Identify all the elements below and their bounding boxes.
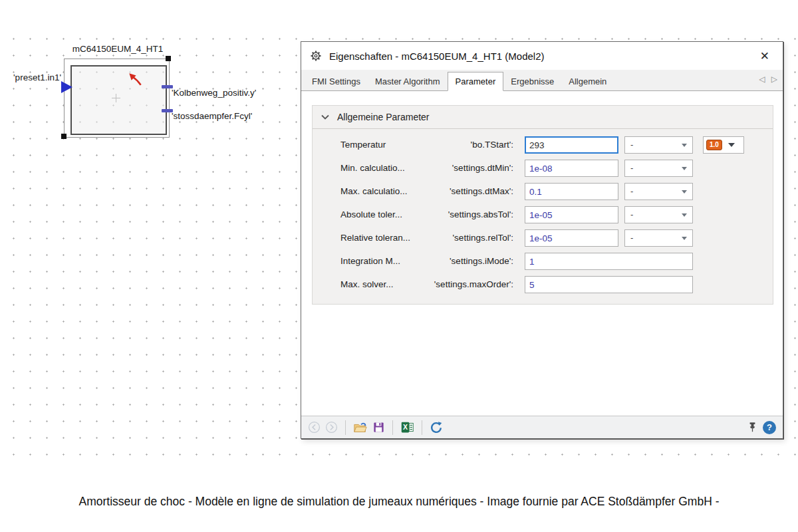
param-code: 'settings.dtMin': bbox=[340, 163, 513, 173]
tab-fmi-settings[interactable]: FMI Settings bbox=[305, 73, 368, 90]
block-title: mC64150EUM_4_HT1 bbox=[64, 44, 172, 54]
param-row-abstol: Absolute toler... 'settings.absTol': - bbox=[313, 204, 773, 227]
fmi-version-badge: 1.0 bbox=[706, 140, 722, 150]
param-code: 'settings.relTol': bbox=[340, 233, 513, 243]
center-cross-icon bbox=[112, 94, 120, 102]
red-arrow-icon bbox=[126, 70, 144, 88]
unit-value: - bbox=[630, 163, 633, 173]
unit-dropdown[interactable]: - bbox=[624, 229, 693, 247]
fmi-version-dropdown[interactable]: 1.0 bbox=[703, 136, 744, 154]
unit-value: - bbox=[630, 233, 633, 243]
param-value-input[interactable] bbox=[525, 206, 618, 223]
param-code: 'settings.iMode': bbox=[340, 256, 513, 266]
image-caption: Amortisseur de choc - Modèle en ligne de… bbox=[0, 495, 798, 509]
unit-dropdown[interactable]: - bbox=[624, 206, 693, 223]
parameter-rows: Temperatur 'bo.TStart': - 1.0 bbox=[313, 129, 773, 297]
gear-icon bbox=[309, 49, 323, 63]
toolbar-separator bbox=[345, 420, 346, 435]
chevron-down-icon bbox=[682, 144, 687, 147]
allgemeine-parameter-panel: Allgemeine Parameter Temperatur 'bo.TSta… bbox=[312, 105, 773, 305]
selection-handle-top-right[interactable] bbox=[166, 56, 171, 61]
param-value-input[interactable] bbox=[525, 183, 618, 200]
tab-allgemein[interactable]: Allgemein bbox=[561, 73, 614, 90]
port-label-stossdaempfer: 'stossdaempfer.Fcyl' bbox=[172, 111, 252, 121]
unit-dropdown[interactable]: - bbox=[624, 160, 693, 177]
selection-handle-bottom-left[interactable] bbox=[61, 134, 66, 139]
param-value-input[interactable] bbox=[525, 229, 618, 247]
svg-text:X: X bbox=[403, 423, 408, 431]
toolbar-separator bbox=[422, 420, 422, 435]
toolbar-separator bbox=[392, 420, 393, 435]
screenshot-root: mC64150EUM_4_HT1 'preset1.in1' 'Kolbenwe… bbox=[0, 0, 798, 532]
param-row-tstart: Temperatur 'bo.TStart': - 1.0 bbox=[313, 134, 773, 158]
section-header[interactable]: Allgemeine Parameter bbox=[313, 106, 773, 129]
help-icon[interactable]: ? bbox=[763, 421, 776, 434]
param-code: 'settings.maxOrder': bbox=[340, 279, 513, 289]
chevron-down-icon bbox=[682, 167, 687, 170]
param-row-dtmin: Min. calculatio... 'settings.dtMin': - bbox=[313, 158, 773, 181]
chevron-down-icon bbox=[728, 143, 735, 147]
tab-bar: FMI Settings Master Algorithm Parameter … bbox=[301, 70, 783, 91]
dialog-titlebar: Eigenschaften - mC64150EUM_4_HT1 (Model2… bbox=[301, 42, 783, 70]
tab-parameter[interactable]: Parameter bbox=[448, 72, 504, 91]
tab-scroll-arrows: ◁ ▷ bbox=[759, 74, 777, 84]
help-glyph: ? bbox=[767, 422, 772, 432]
forward-icon[interactable] bbox=[325, 421, 338, 434]
close-icon[interactable]: ✕ bbox=[755, 49, 775, 63]
tab-ergebnisse[interactable]: Ergebnisse bbox=[503, 73, 561, 90]
back-icon[interactable] bbox=[308, 421, 321, 434]
param-row-reltol: Relative toleran... 'settings.relTol': - bbox=[313, 227, 773, 251]
port-label-kolbenweg: 'Kolbenweg_positiv.y' bbox=[172, 88, 256, 98]
param-row-maxorder: Max. solver... 'settings.maxOrder': bbox=[313, 274, 773, 297]
unit-value: - bbox=[630, 209, 633, 219]
param-value-input[interactable] bbox=[525, 276, 693, 293]
dialog-title: Eigenschaften - mC64150EUM_4_HT1 (Model2… bbox=[329, 51, 755, 62]
tab-scroll-left-icon[interactable]: ◁ bbox=[759, 74, 765, 84]
refresh-icon[interactable] bbox=[430, 421, 443, 434]
unit-dropdown[interactable]: - bbox=[624, 136, 693, 154]
pin-icon[interactable] bbox=[747, 422, 758, 433]
chevron-down-icon bbox=[682, 237, 687, 240]
dialog-toolbar: X bbox=[301, 416, 783, 438]
unit-dropdown[interactable]: - bbox=[624, 183, 693, 200]
param-code: 'bo.TStart': bbox=[340, 140, 513, 150]
param-value-input[interactable] bbox=[525, 136, 618, 154]
save-icon[interactable] bbox=[372, 421, 385, 434]
tab-master-algorithm[interactable]: Master Algorithm bbox=[368, 73, 448, 90]
input-port-icon[interactable] bbox=[61, 81, 72, 93]
excel-export-icon[interactable]: X bbox=[400, 420, 414, 434]
dialog-content: Allgemeine Parameter Temperatur 'bo.TSta… bbox=[301, 91, 783, 416]
param-row-imode: Integration M... 'settings.iMode': bbox=[313, 251, 773, 274]
param-code: 'settings.dtMax': bbox=[340, 186, 513, 196]
open-file-icon[interactable] bbox=[353, 420, 368, 435]
port-label-preset: 'preset1.in1' bbox=[0, 72, 61, 82]
param-value-input[interactable] bbox=[525, 253, 693, 270]
chevron-down-icon bbox=[682, 190, 687, 194]
unit-value: - bbox=[630, 140, 633, 150]
properties-dialog: Eigenschaften - mC64150EUM_4_HT1 (Model2… bbox=[301, 41, 783, 439]
section-title: Allgemeine Parameter bbox=[337, 112, 430, 122]
chevron-down-icon bbox=[321, 114, 329, 120]
param-row-dtmax: Max. calculatio... 'settings.dtMax': - bbox=[313, 181, 773, 204]
param-code: 'settings.absTol': bbox=[340, 209, 513, 219]
chevron-down-icon bbox=[682, 213, 687, 217]
unit-value: - bbox=[630, 186, 633, 196]
tab-scroll-right-icon[interactable]: ▷ bbox=[771, 74, 777, 84]
param-value-input[interactable] bbox=[525, 160, 618, 177]
